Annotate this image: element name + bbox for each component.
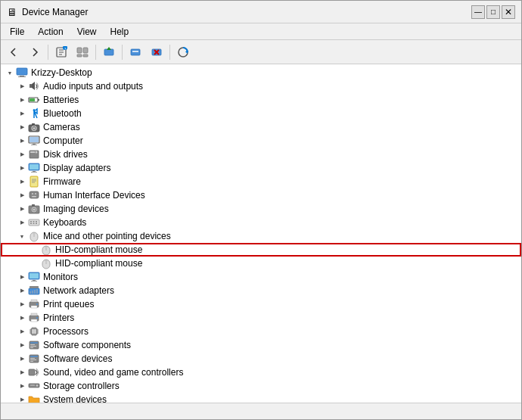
close-button[interactable]: ✕: [502, 5, 515, 19]
expand-icon-computer[interactable]: [16, 135, 28, 147]
expand-icon-audio[interactable]: [16, 80, 28, 92]
device-label-batteries: Batteries: [43, 95, 79, 105]
tree-item-disk[interactable]: Disk drives: [1, 148, 521, 161]
svg-rect-104: [30, 344, 35, 345]
disable-button[interactable]: [126, 43, 145, 61]
tree-item-printers[interactable]: Printers: [1, 311, 521, 325]
minimize-button[interactable]: —: [471, 5, 485, 19]
tree-item-processors[interactable]: Processors: [1, 325, 521, 338]
expand-icon-software-devices[interactable]: [16, 353, 28, 365]
expand-icon-print-queues[interactable]: [16, 298, 28, 310]
tree-item-hid-mouse-2[interactable]: HID-compliant mouse: [1, 257, 521, 270]
expand-icon-mice[interactable]: [16, 230, 28, 242]
expand-icon-system[interactable]: [16, 394, 28, 403]
forward-button[interactable]: [25, 43, 45, 61]
tree-item-system[interactable]: System devices: [1, 393, 521, 403]
device-icon-computer: [28, 135, 40, 147]
menu-bar: File Action View Help: [1, 23, 521, 40]
tree-item-audio[interactable]: Audio inputs and outputs: [1, 79, 521, 93]
title-bar: 🖥 Device Manager — □ ✕: [1, 1, 521, 23]
expand-icon-network[interactable]: [16, 285, 28, 297]
expand-icon-hid-mouse-1[interactable]: [28, 244, 40, 256]
menu-view[interactable]: View: [71, 25, 103, 39]
device-label-monitors: Monitors: [43, 272, 78, 282]
show-hidden-icon: [76, 46, 89, 58]
expand-icon-hid-mouse-2[interactable]: [28, 257, 40, 269]
device-icon-network: [28, 285, 40, 297]
svg-rect-81: [31, 300, 37, 302]
device-label-system: System devices: [43, 394, 107, 403]
maximize-button[interactable]: □: [486, 5, 500, 19]
expand-icon-disk[interactable]: [16, 148, 28, 160]
expand-icon-keyboards[interactable]: [16, 216, 28, 229]
svg-rect-112: [29, 369, 35, 375]
tree-item-root[interactable]: Krizzy-Desktop: [1, 66, 521, 79]
properties-button[interactable]: ?: [51, 43, 71, 61]
expand-icon-root[interactable]: [4, 67, 16, 79]
device-label-keyboards: Keyboards: [43, 217, 86, 228]
device-icon-sound: [28, 366, 40, 378]
expand-icon-sound[interactable]: [16, 366, 28, 378]
tree-item-bluetooth[interactable]: Bluetooth: [1, 107, 521, 120]
tree-item-mice[interactable]: Mice and other pointing devices: [1, 229, 521, 243]
expand-icon-printers[interactable]: [16, 312, 28, 324]
menu-action[interactable]: Action: [32, 25, 69, 39]
expand-icon-imaging[interactable]: [16, 203, 28, 215]
tree-item-cameras[interactable]: Cameras: [1, 120, 521, 134]
expand-icon-software-components[interactable]: [16, 339, 28, 351]
svg-rect-108: [30, 356, 38, 357]
tree-item-imaging[interactable]: Imaging devices: [1, 202, 521, 216]
tree-item-batteries[interactable]: Batteries: [1, 93, 521, 107]
tree-item-software-devices[interactable]: Software devices: [1, 352, 521, 366]
expand-icon-monitors[interactable]: [16, 271, 28, 283]
svg-rect-22: [30, 84, 32, 88]
expand-icon-storage[interactable]: [16, 380, 28, 392]
tree-item-keyboards[interactable]: Keyboards: [1, 216, 521, 229]
device-label-software-components: Software components: [43, 340, 131, 350]
expand-icon-bluetooth[interactable]: [16, 107, 28, 120]
device-label-network: Network adapters: [43, 285, 114, 296]
svg-point-83: [36, 303, 38, 305]
device-icon-software-components: [28, 339, 40, 351]
device-label-sound: Sound, video and game controllers: [43, 367, 183, 378]
tree-container[interactable]: Krizzy-DesktopAudio inputs and outputsBa…: [1, 64, 521, 403]
scan-button[interactable]: [173, 43, 193, 61]
device-label-software-devices: Software devices: [43, 353, 112, 364]
svg-rect-33: [33, 144, 36, 145]
expand-icon-processors[interactable]: [16, 325, 28, 338]
tree-item-storage[interactable]: Storage controllers: [1, 379, 521, 393]
show-hidden-button[interactable]: [73, 43, 92, 61]
tree-item-computer[interactable]: Computer: [1, 134, 521, 148]
update-driver-button[interactable]: [99, 43, 119, 61]
tree-item-sound[interactable]: Sound, video and game controllers: [1, 366, 521, 379]
svg-rect-109: [30, 358, 35, 359]
uninstall-button[interactable]: [147, 43, 166, 61]
tree-item-print-queues[interactable]: Print queues: [1, 297, 521, 311]
tree-item-monitors[interactable]: Monitors: [1, 270, 521, 284]
properties-icon: ?: [55, 46, 67, 58]
tree-item-software-components[interactable]: Software components: [1, 338, 521, 352]
tree-item-firmware[interactable]: Firmware: [1, 175, 521, 188]
tree-item-network[interactable]: Network adapters: [1, 284, 521, 297]
menu-help[interactable]: Help: [104, 25, 135, 39]
device-label-computer: Computer: [43, 135, 83, 146]
status-bar: [1, 403, 521, 419]
expand-icon-batteries[interactable]: [16, 94, 28, 106]
svg-rect-63: [33, 233, 36, 235]
expand-icon-hid[interactable]: [16, 189, 28, 201]
menu-file[interactable]: File: [4, 25, 30, 39]
tree-item-display[interactable]: Display adapters: [1, 161, 521, 175]
back-button[interactable]: [4, 43, 23, 61]
device-label-print-queues: Print queues: [43, 299, 94, 310]
expand-icon-cameras[interactable]: [16, 121, 28, 133]
svg-rect-56: [33, 221, 35, 222]
expand-icon-firmware[interactable]: [16, 176, 28, 188]
tree-item-hid-mouse-1[interactable]: HID-compliant mouse: [1, 243, 521, 257]
device-label-imaging: Imaging devices: [43, 204, 109, 214]
device-label-mice: Mice and other pointing devices: [43, 231, 171, 241]
tree-item-hid[interactable]: Human Interface Devices: [1, 188, 521, 202]
svg-rect-57: [36, 221, 37, 222]
disable-icon: [129, 46, 141, 58]
scan-icon: [177, 46, 189, 58]
expand-icon-display[interactable]: [16, 162, 28, 174]
